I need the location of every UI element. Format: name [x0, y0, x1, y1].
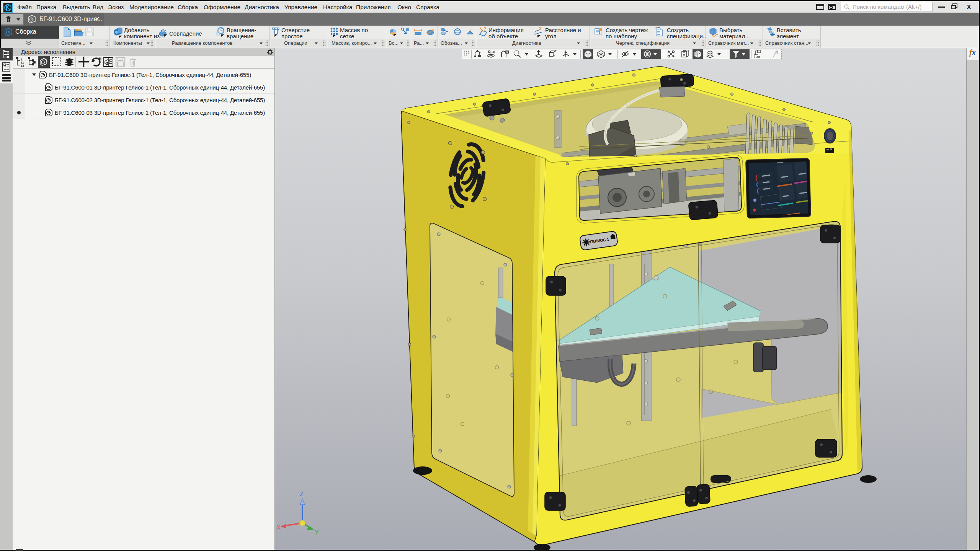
svg-text:Y: Y — [315, 529, 319, 536]
svg-text:?: ? — [539, 26, 542, 31]
svg-text:X: X — [276, 524, 281, 531]
svg-text:12: 12 — [21, 64, 24, 67]
svg-text:Z: Z — [300, 491, 304, 498]
svg-text:?: ? — [483, 26, 486, 32]
